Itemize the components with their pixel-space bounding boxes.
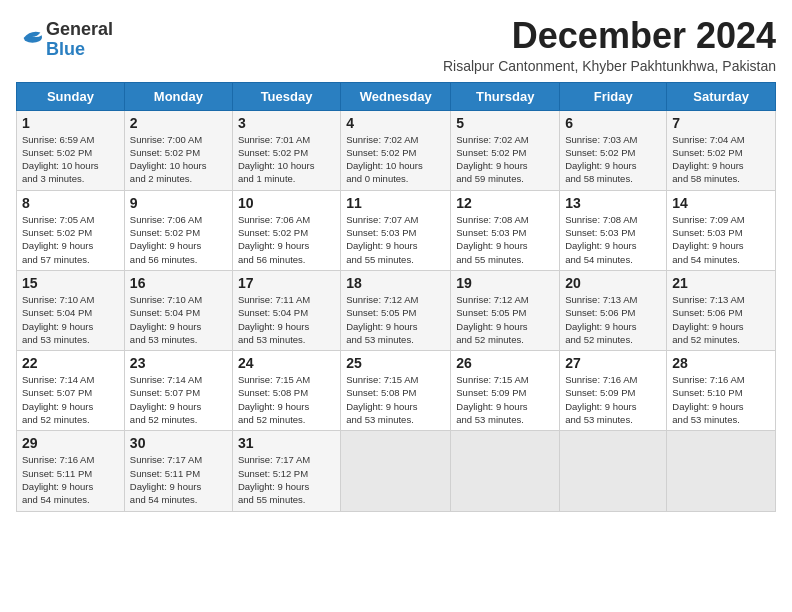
calendar-cell: 24Sunrise: 7:15 AM Sunset: 5:08 PM Dayli… — [232, 351, 340, 431]
day-info: Sunrise: 7:14 AM Sunset: 5:07 PM Dayligh… — [22, 373, 119, 426]
day-info: Sunrise: 7:10 AM Sunset: 5:04 PM Dayligh… — [22, 293, 119, 346]
day-info: Sunrise: 7:03 AM Sunset: 5:02 PM Dayligh… — [565, 133, 661, 186]
calendar-cell: 9Sunrise: 7:06 AM Sunset: 5:02 PM Daylig… — [124, 190, 232, 270]
calendar-week-5: 29Sunrise: 7:16 AM Sunset: 5:11 PM Dayli… — [17, 431, 776, 511]
day-number: 16 — [130, 275, 227, 291]
calendar-cell: 1Sunrise: 6:59 AM Sunset: 5:02 PM Daylig… — [17, 110, 125, 190]
day-info: Sunrise: 7:09 AM Sunset: 5:03 PM Dayligh… — [672, 213, 770, 266]
location-subtitle: Risalpur Cantonment, Khyber Pakhtunkhwa,… — [443, 58, 776, 74]
day-number: 1 — [22, 115, 119, 131]
calendar-cell: 22Sunrise: 7:14 AM Sunset: 5:07 PM Dayli… — [17, 351, 125, 431]
logo: General Blue — [16, 20, 113, 60]
calendar-cell — [667, 431, 776, 511]
day-number: 8 — [22, 195, 119, 211]
month-title: December 2024 — [443, 16, 776, 56]
day-number: 4 — [346, 115, 445, 131]
day-info: Sunrise: 7:13 AM Sunset: 5:06 PM Dayligh… — [565, 293, 661, 346]
day-info: Sunrise: 7:12 AM Sunset: 5:05 PM Dayligh… — [346, 293, 445, 346]
calendar-header: SundayMondayTuesdayWednesdayThursdayFrid… — [17, 82, 776, 110]
day-number: 14 — [672, 195, 770, 211]
calendar-cell: 21Sunrise: 7:13 AM Sunset: 5:06 PM Dayli… — [667, 270, 776, 350]
weekday-row: SundayMondayTuesdayWednesdayThursdayFrid… — [17, 82, 776, 110]
calendar-body: 1Sunrise: 6:59 AM Sunset: 5:02 PM Daylig… — [17, 110, 776, 511]
day-number: 25 — [346, 355, 445, 371]
calendar-cell: 17Sunrise: 7:11 AM Sunset: 5:04 PM Dayli… — [232, 270, 340, 350]
day-info: Sunrise: 7:02 AM Sunset: 5:02 PM Dayligh… — [456, 133, 554, 186]
day-info: Sunrise: 7:06 AM Sunset: 5:02 PM Dayligh… — [238, 213, 335, 266]
day-info: Sunrise: 7:08 AM Sunset: 5:03 PM Dayligh… — [565, 213, 661, 266]
calendar-cell: 23Sunrise: 7:14 AM Sunset: 5:07 PM Dayli… — [124, 351, 232, 431]
calendar-cell: 12Sunrise: 7:08 AM Sunset: 5:03 PM Dayli… — [451, 190, 560, 270]
day-number: 6 — [565, 115, 661, 131]
calendar-week-1: 1Sunrise: 6:59 AM Sunset: 5:02 PM Daylig… — [17, 110, 776, 190]
calendar-week-4: 22Sunrise: 7:14 AM Sunset: 5:07 PM Dayli… — [17, 351, 776, 431]
day-info: Sunrise: 7:12 AM Sunset: 5:05 PM Dayligh… — [456, 293, 554, 346]
day-number: 21 — [672, 275, 770, 291]
calendar-cell: 30Sunrise: 7:17 AM Sunset: 5:11 PM Dayli… — [124, 431, 232, 511]
day-number: 19 — [456, 275, 554, 291]
day-number: 22 — [22, 355, 119, 371]
day-number: 2 — [130, 115, 227, 131]
day-info: Sunrise: 7:15 AM Sunset: 5:08 PM Dayligh… — [346, 373, 445, 426]
day-info: Sunrise: 7:02 AM Sunset: 5:02 PM Dayligh… — [346, 133, 445, 186]
day-number: 5 — [456, 115, 554, 131]
day-info: Sunrise: 7:16 AM Sunset: 5:10 PM Dayligh… — [672, 373, 770, 426]
calendar-table: SundayMondayTuesdayWednesdayThursdayFrid… — [16, 82, 776, 512]
calendar-cell: 2Sunrise: 7:00 AM Sunset: 5:02 PM Daylig… — [124, 110, 232, 190]
day-info: Sunrise: 6:59 AM Sunset: 5:02 PM Dayligh… — [22, 133, 119, 186]
day-info: Sunrise: 7:06 AM Sunset: 5:02 PM Dayligh… — [130, 213, 227, 266]
day-number: 3 — [238, 115, 335, 131]
logo-text: General Blue — [46, 20, 113, 60]
calendar-cell: 8Sunrise: 7:05 AM Sunset: 5:02 PM Daylig… — [17, 190, 125, 270]
day-info: Sunrise: 7:07 AM Sunset: 5:03 PM Dayligh… — [346, 213, 445, 266]
day-info: Sunrise: 7:16 AM Sunset: 5:09 PM Dayligh… — [565, 373, 661, 426]
calendar-cell: 6Sunrise: 7:03 AM Sunset: 5:02 PM Daylig… — [560, 110, 667, 190]
calendar-cell: 27Sunrise: 7:16 AM Sunset: 5:09 PM Dayli… — [560, 351, 667, 431]
calendar-cell: 14Sunrise: 7:09 AM Sunset: 5:03 PM Dayli… — [667, 190, 776, 270]
weekday-header-thursday: Thursday — [451, 82, 560, 110]
day-number: 9 — [130, 195, 227, 211]
day-number: 26 — [456, 355, 554, 371]
calendar-cell: 28Sunrise: 7:16 AM Sunset: 5:10 PM Dayli… — [667, 351, 776, 431]
day-number: 24 — [238, 355, 335, 371]
calendar-cell — [560, 431, 667, 511]
page-header: General Blue December 2024 Risalpur Cant… — [16, 16, 776, 74]
day-number: 30 — [130, 435, 227, 451]
calendar-cell — [451, 431, 560, 511]
day-number: 12 — [456, 195, 554, 211]
calendar-cell: 10Sunrise: 7:06 AM Sunset: 5:02 PM Dayli… — [232, 190, 340, 270]
day-number: 23 — [130, 355, 227, 371]
calendar-cell: 5Sunrise: 7:02 AM Sunset: 5:02 PM Daylig… — [451, 110, 560, 190]
calendar-cell: 26Sunrise: 7:15 AM Sunset: 5:09 PM Dayli… — [451, 351, 560, 431]
day-number: 10 — [238, 195, 335, 211]
day-info: Sunrise: 7:05 AM Sunset: 5:02 PM Dayligh… — [22, 213, 119, 266]
day-info: Sunrise: 7:04 AM Sunset: 5:02 PM Dayligh… — [672, 133, 770, 186]
calendar-cell: 19Sunrise: 7:12 AM Sunset: 5:05 PM Dayli… — [451, 270, 560, 350]
day-number: 7 — [672, 115, 770, 131]
day-number: 31 — [238, 435, 335, 451]
calendar-cell: 15Sunrise: 7:10 AM Sunset: 5:04 PM Dayli… — [17, 270, 125, 350]
calendar-cell: 20Sunrise: 7:13 AM Sunset: 5:06 PM Dayli… — [560, 270, 667, 350]
calendar-cell: 25Sunrise: 7:15 AM Sunset: 5:08 PM Dayli… — [341, 351, 451, 431]
calendar-cell: 11Sunrise: 7:07 AM Sunset: 5:03 PM Dayli… — [341, 190, 451, 270]
calendar-cell: 18Sunrise: 7:12 AM Sunset: 5:05 PM Dayli… — [341, 270, 451, 350]
day-number: 15 — [22, 275, 119, 291]
weekday-header-friday: Friday — [560, 82, 667, 110]
day-number: 27 — [565, 355, 661, 371]
day-info: Sunrise: 7:15 AM Sunset: 5:08 PM Dayligh… — [238, 373, 335, 426]
logo-bird-icon — [18, 24, 46, 52]
title-block: December 2024 Risalpur Cantonment, Khybe… — [443, 16, 776, 74]
day-info: Sunrise: 7:00 AM Sunset: 5:02 PM Dayligh… — [130, 133, 227, 186]
weekday-header-sunday: Sunday — [17, 82, 125, 110]
day-info: Sunrise: 7:11 AM Sunset: 5:04 PM Dayligh… — [238, 293, 335, 346]
day-info: Sunrise: 7:01 AM Sunset: 5:02 PM Dayligh… — [238, 133, 335, 186]
calendar-cell: 3Sunrise: 7:01 AM Sunset: 5:02 PM Daylig… — [232, 110, 340, 190]
calendar-cell: 4Sunrise: 7:02 AM Sunset: 5:02 PM Daylig… — [341, 110, 451, 190]
calendar-cell: 16Sunrise: 7:10 AM Sunset: 5:04 PM Dayli… — [124, 270, 232, 350]
calendar-week-2: 8Sunrise: 7:05 AM Sunset: 5:02 PM Daylig… — [17, 190, 776, 270]
day-info: Sunrise: 7:17 AM Sunset: 5:12 PM Dayligh… — [238, 453, 335, 506]
day-info: Sunrise: 7:14 AM Sunset: 5:07 PM Dayligh… — [130, 373, 227, 426]
calendar-cell: 13Sunrise: 7:08 AM Sunset: 5:03 PM Dayli… — [560, 190, 667, 270]
day-number: 11 — [346, 195, 445, 211]
weekday-header-monday: Monday — [124, 82, 232, 110]
